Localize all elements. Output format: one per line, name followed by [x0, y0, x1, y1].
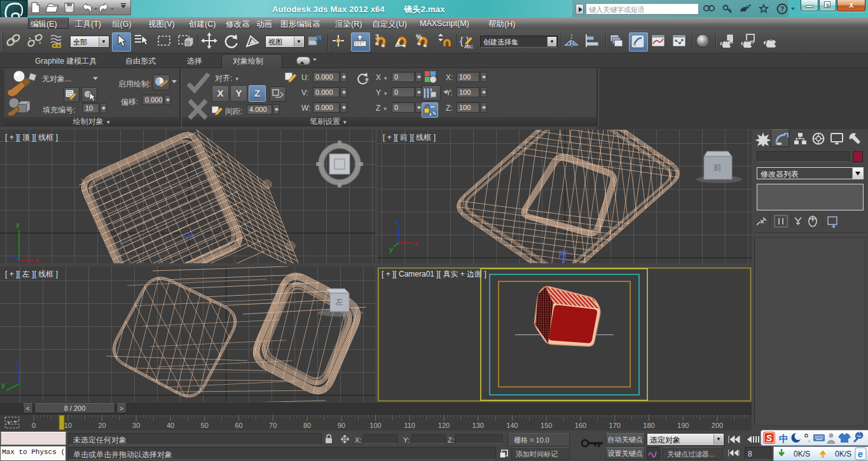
svg-text:0K/S: 0K/S: [794, 450, 810, 458]
svg-text:中: 中: [779, 433, 789, 444]
svg-text:0: 0: [32, 422, 36, 429]
svg-text:3: 3: [375, 33, 379, 41]
svg-text:x: x: [35, 256, 39, 263]
svg-text:e: e: [858, 449, 863, 459]
svg-text:20: 20: [98, 422, 106, 429]
svg-text:x: x: [415, 239, 419, 247]
svg-text:z: z: [396, 217, 399, 225]
svg-text:y: y: [16, 221, 20, 228]
svg-text:110: 110: [404, 422, 415, 429]
svg-text:90: 90: [338, 422, 345, 429]
svg-text:y: y: [389, 245, 394, 253]
svg-text:10: 10: [64, 422, 72, 429]
svg-text:140: 140: [506, 422, 518, 429]
svg-text:180: 180: [643, 422, 654, 429]
svg-text:,: ,: [808, 435, 810, 443]
svg-text:150: 150: [541, 422, 552, 429]
svg-text:S: S: [766, 433, 773, 443]
svg-text:y: y: [1, 381, 6, 389]
svg-text:130: 130: [472, 422, 484, 429]
svg-text:170: 170: [609, 422, 621, 429]
svg-text:70: 70: [269, 422, 277, 429]
svg-text:190: 190: [677, 422, 689, 429]
svg-text:ABC: ABC: [464, 45, 473, 49]
svg-text:50: 50: [201, 422, 209, 429]
svg-text:60: 60: [235, 422, 242, 429]
svg-text:左: 左: [335, 298, 343, 306]
svg-text:200: 200: [712, 422, 723, 429]
svg-text:40: 40: [167, 422, 174, 429]
svg-text:100: 100: [369, 422, 381, 429]
svg-text:z: z: [8, 251, 11, 258]
svg-text:?: ?: [780, 5, 785, 13]
svg-text:30: 30: [132, 422, 140, 429]
svg-text:160: 160: [575, 422, 586, 429]
svg-text:120: 120: [438, 422, 450, 429]
svg-text:z: z: [16, 359, 20, 366]
svg-text:前: 前: [713, 163, 722, 172]
svg-text:0K/S: 0K/S: [835, 450, 851, 458]
svg-text:%: %: [416, 33, 422, 41]
svg-text:80: 80: [303, 422, 311, 429]
